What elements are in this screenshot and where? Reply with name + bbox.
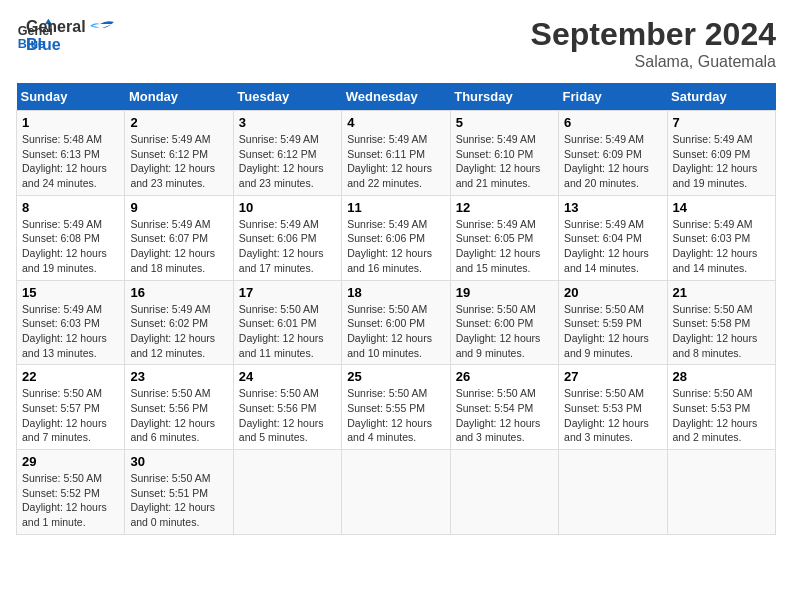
day-info: Sunrise: 5:49 AMSunset: 6:06 PMDaylight:… xyxy=(347,217,444,276)
day-info: Sunrise: 5:50 AMSunset: 5:52 PMDaylight:… xyxy=(22,471,119,530)
day-info: Sunrise: 5:49 AMSunset: 6:04 PMDaylight:… xyxy=(564,217,661,276)
calendar-cell: 21Sunrise: 5:50 AMSunset: 5:58 PMDayligh… xyxy=(667,280,775,365)
day-info: Sunrise: 5:48 AMSunset: 6:13 PMDaylight:… xyxy=(22,132,119,191)
day-number: 5 xyxy=(456,115,553,130)
day-number: 8 xyxy=(22,200,119,215)
logo-general: General xyxy=(26,18,86,36)
calendar-table: SundayMondayTuesdayWednesdayThursdayFrid… xyxy=(16,83,776,535)
day-number: 9 xyxy=(130,200,227,215)
calendar-cell: 25Sunrise: 5:50 AMSunset: 5:55 PMDayligh… xyxy=(342,365,450,450)
day-info: Sunrise: 5:50 AMSunset: 6:00 PMDaylight:… xyxy=(456,302,553,361)
day-info: Sunrise: 5:49 AMSunset: 6:05 PMDaylight:… xyxy=(456,217,553,276)
day-number: 15 xyxy=(22,285,119,300)
day-info: Sunrise: 5:50 AMSunset: 5:51 PMDaylight:… xyxy=(130,471,227,530)
day-info: Sunrise: 5:49 AMSunset: 6:02 PMDaylight:… xyxy=(130,302,227,361)
day-info: Sunrise: 5:50 AMSunset: 5:53 PMDaylight:… xyxy=(564,386,661,445)
calendar-cell: 8Sunrise: 5:49 AMSunset: 6:08 PMDaylight… xyxy=(17,195,125,280)
day-info: Sunrise: 5:50 AMSunset: 6:00 PMDaylight:… xyxy=(347,302,444,361)
day-number: 3 xyxy=(239,115,336,130)
day-number: 12 xyxy=(456,200,553,215)
calendar-week-row: 29Sunrise: 5:50 AMSunset: 5:52 PMDayligh… xyxy=(17,450,776,535)
col-header-sunday: Sunday xyxy=(17,83,125,111)
location: Salama, Guatemala xyxy=(531,53,776,71)
day-info: Sunrise: 5:50 AMSunset: 5:56 PMDaylight:… xyxy=(239,386,336,445)
day-info: Sunrise: 5:49 AMSunset: 6:07 PMDaylight:… xyxy=(130,217,227,276)
calendar-cell: 26Sunrise: 5:50 AMSunset: 5:54 PMDayligh… xyxy=(450,365,558,450)
calendar-cell: 2Sunrise: 5:49 AMSunset: 6:12 PMDaylight… xyxy=(125,111,233,196)
calendar-cell: 12Sunrise: 5:49 AMSunset: 6:05 PMDayligh… xyxy=(450,195,558,280)
calendar-cell xyxy=(667,450,775,535)
day-info: Sunrise: 5:50 AMSunset: 5:56 PMDaylight:… xyxy=(130,386,227,445)
day-info: Sunrise: 5:49 AMSunset: 6:10 PMDaylight:… xyxy=(456,132,553,191)
day-info: Sunrise: 5:50 AMSunset: 6:01 PMDaylight:… xyxy=(239,302,336,361)
calendar-cell: 1Sunrise: 5:48 AMSunset: 6:13 PMDaylight… xyxy=(17,111,125,196)
page-header: General Blue General Blue September 2024… xyxy=(16,16,776,71)
calendar-cell: 10Sunrise: 5:49 AMSunset: 6:06 PMDayligh… xyxy=(233,195,341,280)
day-info: Sunrise: 5:49 AMSunset: 6:08 PMDaylight:… xyxy=(22,217,119,276)
calendar-cell: 22Sunrise: 5:50 AMSunset: 5:57 PMDayligh… xyxy=(17,365,125,450)
day-info: Sunrise: 5:49 AMSunset: 6:09 PMDaylight:… xyxy=(673,132,770,191)
day-info: Sunrise: 5:49 AMSunset: 6:09 PMDaylight:… xyxy=(564,132,661,191)
day-number: 4 xyxy=(347,115,444,130)
day-number: 17 xyxy=(239,285,336,300)
col-header-tuesday: Tuesday xyxy=(233,83,341,111)
calendar-cell: 6Sunrise: 5:49 AMSunset: 6:09 PMDaylight… xyxy=(559,111,667,196)
calendar-cell xyxy=(233,450,341,535)
calendar-week-row: 8Sunrise: 5:49 AMSunset: 6:08 PMDaylight… xyxy=(17,195,776,280)
calendar-cell: 16Sunrise: 5:49 AMSunset: 6:02 PMDayligh… xyxy=(125,280,233,365)
day-number: 10 xyxy=(239,200,336,215)
day-info: Sunrise: 5:49 AMSunset: 6:03 PMDaylight:… xyxy=(673,217,770,276)
calendar-cell: 27Sunrise: 5:50 AMSunset: 5:53 PMDayligh… xyxy=(559,365,667,450)
calendar-week-row: 1Sunrise: 5:48 AMSunset: 6:13 PMDaylight… xyxy=(17,111,776,196)
day-number: 23 xyxy=(130,369,227,384)
day-number: 24 xyxy=(239,369,336,384)
day-number: 7 xyxy=(673,115,770,130)
calendar-cell: 15Sunrise: 5:49 AMSunset: 6:03 PMDayligh… xyxy=(17,280,125,365)
calendar-cell: 14Sunrise: 5:49 AMSunset: 6:03 PMDayligh… xyxy=(667,195,775,280)
calendar-cell: 28Sunrise: 5:50 AMSunset: 5:53 PMDayligh… xyxy=(667,365,775,450)
calendar-cell: 17Sunrise: 5:50 AMSunset: 6:01 PMDayligh… xyxy=(233,280,341,365)
day-info: Sunrise: 5:49 AMSunset: 6:11 PMDaylight:… xyxy=(347,132,444,191)
calendar-cell: 24Sunrise: 5:50 AMSunset: 5:56 PMDayligh… xyxy=(233,365,341,450)
day-info: Sunrise: 5:50 AMSunset: 5:53 PMDaylight:… xyxy=(673,386,770,445)
day-info: Sunrise: 5:50 AMSunset: 5:59 PMDaylight:… xyxy=(564,302,661,361)
day-info: Sunrise: 5:49 AMSunset: 6:12 PMDaylight:… xyxy=(130,132,227,191)
day-number: 19 xyxy=(456,285,553,300)
day-number: 18 xyxy=(347,285,444,300)
calendar-cell: 29Sunrise: 5:50 AMSunset: 5:52 PMDayligh… xyxy=(17,450,125,535)
day-number: 22 xyxy=(22,369,119,384)
calendar-header-row: SundayMondayTuesdayWednesdayThursdayFrid… xyxy=(17,83,776,111)
title-block: September 2024 Salama, Guatemala xyxy=(531,16,776,71)
day-info: Sunrise: 5:50 AMSunset: 5:55 PMDaylight:… xyxy=(347,386,444,445)
calendar-cell: 7Sunrise: 5:49 AMSunset: 6:09 PMDaylight… xyxy=(667,111,775,196)
calendar-cell: 23Sunrise: 5:50 AMSunset: 5:56 PMDayligh… xyxy=(125,365,233,450)
col-header-friday: Friday xyxy=(559,83,667,111)
day-info: Sunrise: 5:50 AMSunset: 5:54 PMDaylight:… xyxy=(456,386,553,445)
day-info: Sunrise: 5:49 AMSunset: 6:12 PMDaylight:… xyxy=(239,132,336,191)
day-number: 30 xyxy=(130,454,227,469)
calendar-cell xyxy=(559,450,667,535)
col-header-monday: Monday xyxy=(125,83,233,111)
day-number: 29 xyxy=(22,454,119,469)
calendar-cell: 30Sunrise: 5:50 AMSunset: 5:51 PMDayligh… xyxy=(125,450,233,535)
day-number: 16 xyxy=(130,285,227,300)
day-number: 27 xyxy=(564,369,661,384)
day-number: 11 xyxy=(347,200,444,215)
calendar-cell: 13Sunrise: 5:49 AMSunset: 6:04 PMDayligh… xyxy=(559,195,667,280)
calendar-cell xyxy=(450,450,558,535)
col-header-saturday: Saturday xyxy=(667,83,775,111)
calendar-cell: 19Sunrise: 5:50 AMSunset: 6:00 PMDayligh… xyxy=(450,280,558,365)
day-number: 25 xyxy=(347,369,444,384)
day-number: 20 xyxy=(564,285,661,300)
col-header-wednesday: Wednesday xyxy=(342,83,450,111)
day-info: Sunrise: 5:49 AMSunset: 6:03 PMDaylight:… xyxy=(22,302,119,361)
day-info: Sunrise: 5:49 AMSunset: 6:06 PMDaylight:… xyxy=(239,217,336,276)
day-number: 6 xyxy=(564,115,661,130)
day-number: 14 xyxy=(673,200,770,215)
calendar-week-row: 22Sunrise: 5:50 AMSunset: 5:57 PMDayligh… xyxy=(17,365,776,450)
calendar-cell: 11Sunrise: 5:49 AMSunset: 6:06 PMDayligh… xyxy=(342,195,450,280)
calendar-cell: 18Sunrise: 5:50 AMSunset: 6:00 PMDayligh… xyxy=(342,280,450,365)
month-title: September 2024 xyxy=(531,16,776,53)
day-number: 28 xyxy=(673,369,770,384)
logo: General Blue General Blue xyxy=(16,16,114,53)
